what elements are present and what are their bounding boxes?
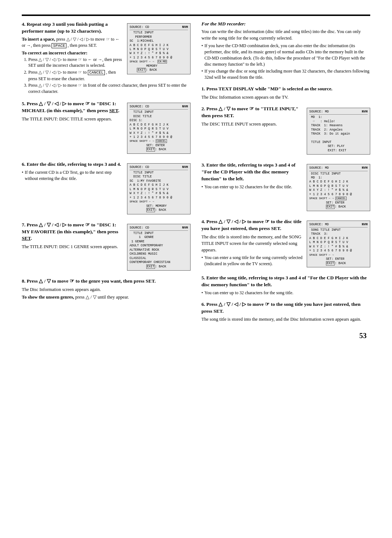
step-4-block: SOURCE: CD NVH TITLE INPUT PERFORMER SC …: [22, 21, 191, 95]
right-step-3-block: SOURCE: MD NVH DISC TITLE INPUT MD 1: A …: [201, 162, 370, 213]
md-recorder-heading: For the MD recorder:: [201, 21, 370, 27]
right-step2-screen: SOURCE: MD NVH MD 1: ☞ : Hello! TRACK 1:…: [307, 108, 370, 155]
step4-logo: NVH: [182, 25, 188, 29]
left-column: SOURCE: CD NVH TITLE INPUT PERFORMER SC …: [22, 21, 191, 328]
md-bullet-2: • If you change the disc or song title i…: [201, 68, 370, 81]
right-step1-heading: 1. Press TEXT DISPLAY while "MD" is sele…: [201, 86, 370, 93]
step5-source: SOURCE: CD: [130, 104, 149, 109]
step5-logo: NVH: [182, 104, 188, 109]
right-step3-logo: NVH: [362, 166, 368, 170]
step7-screen: SOURCE: CD NVH TITLE INPUT 1 GENRE 1 GEN…: [127, 224, 191, 271]
step-8-block: 8. Press △ / ▽ to move ☞ to the genre yo…: [22, 278, 191, 300]
right-step3-source: SOURCE: MD: [309, 166, 329, 170]
step8-body: The Disc Information screen appears agai…: [22, 286, 191, 300]
right-step4-bullet: • You can enter a song title for the son…: [201, 255, 303, 267]
right-step4-source: SOURCE: MD: [309, 222, 329, 227]
right-step2-source: SOURCE: MD: [309, 110, 329, 114]
right-step4-screen-content: SONG TITLE INPUT TRACK 3: A B C D E F G …: [309, 228, 368, 266]
right-step6-body: The song title is stored into the memory…: [201, 316, 370, 323]
step6-source: SOURCE: CD: [130, 165, 149, 169]
correct-step-3: Press △ / ▽ / ◁ / ▷ to move ☞ in front o…: [28, 82, 191, 95]
page-container: SOURCE: CD NVH TITLE INPUT PERFORMER SC …: [22, 21, 370, 328]
right-step-5-block: 5. Enter the song title, referring to st…: [201, 275, 370, 296]
right-step1-body: The Disc Information screen appears on t…: [201, 94, 370, 100]
right-step-4-block: SOURCE: MD NVH SONG TITLE INPUT TRACK 3:…: [201, 218, 370, 270]
step-6-block: SOURCE: CD NVH TITLE INPUT DISC TITLE SC…: [22, 161, 191, 217]
step5-screen-content: TITLE INPUT DISC TITLE DISC 1: A B C D E…: [130, 110, 188, 152]
right-step-2-block: SOURCE: MD NVH MD 1: ☞ : Hello! TRACK 1:…: [201, 106, 370, 157]
md-bullet-1: • If you have the CD-MD combination deck…: [201, 43, 370, 67]
step-7-block: SOURCE: CD NVH TITLE INPUT 1 GENRE 1 GEN…: [22, 222, 191, 273]
space-key: SPACE: [52, 43, 66, 48]
step6-logo: NVH: [182, 165, 188, 169]
step6-bullet: • If the current CD is a CD Text, go to …: [22, 169, 123, 182]
step8-body-text: The Disc Information screen appears agai…: [22, 286, 191, 293]
cancel-key: CANCEL: [88, 70, 105, 75]
step4-screen-content: TITLE INPUT PERFORMER SC 1:MICHAEL A B C…: [130, 31, 188, 73]
step6-screen-content: TITLE INPUT DISC TITLE SC 1:MY FAVORITE …: [130, 171, 188, 213]
right-step6-heading: 6. Press △ / ▽ / ◁ / ▷ to move ☞ to the …: [201, 301, 370, 315]
step4-screen: SOURCE: CD NVH TITLE INPUT PERFORMER SC …: [127, 23, 191, 74]
right-step5-heading: 5. Enter the song title, referring to st…: [201, 275, 370, 288]
right-step5-bullet: • You can enter up to 32 characters for …: [201, 290, 370, 296]
right-step-1-block: 1. Press TEXT DISPLAY while "MD" is sele…: [201, 86, 370, 100]
right-step-6-block: 6. Press △ / ▽ / ◁ / ▷ to move ☞ to the …: [201, 301, 370, 323]
right-step3-bullet: • You can enter up to 32 characters for …: [201, 184, 303, 190]
page-number: 53: [22, 332, 370, 340]
md-bullets: • If you have the CD-MD combination deck…: [201, 43, 370, 81]
step7-screen-content: TITLE INPUT 1 GENRE 1 GENRE ADULT CONTEM…: [130, 231, 188, 269]
md-intro-text: You can write the disc information (disc…: [201, 28, 370, 41]
step-5-block: SOURCE: CD NVH TITLE INPUT DISC TITLE DI…: [22, 100, 191, 156]
right-step3-screen-content: DISC TITLE INPUT MD 1: A B C D E F G H I…: [309, 172, 368, 209]
top-divider: [22, 15, 370, 16]
right-column: For the MD recorder: You can write the d…: [201, 21, 370, 328]
md-recorder-section: For the MD recorder: You can write the d…: [201, 21, 370, 81]
insert-space-label: To insert a space,: [22, 37, 55, 42]
right-step3-screen: SOURCE: MD NVH DISC TITLE INPUT MD 1: A …: [307, 164, 370, 211]
step6-screen: SOURCE: CD NVH TITLE INPUT DISC TITLE SC…: [127, 163, 191, 214]
step8-heading: 8. Press △ / ▽ to move ☞ to the genre yo…: [22, 278, 191, 285]
step7-logo: NVH: [182, 226, 188, 230]
step4-source: SOURCE: CD: [130, 25, 149, 29]
step7-source: SOURCE: CD: [130, 226, 149, 230]
right-step2-logo: NVH: [362, 110, 368, 114]
right-step2-screen-content: MD 1: ☞ : Hello! TRACK 1: Heavens TRACK …: [309, 115, 368, 153]
step8-note: To show the unseen genres, press △ / ▽ u…: [22, 294, 191, 300]
right-step5-body: • You can enter up to 32 characters for …: [201, 290, 370, 296]
right-step4-logo: NVH: [362, 222, 368, 227]
step5-screen: SOURCE: CD NVH TITLE INPUT DISC TITLE DI…: [127, 103, 191, 154]
right-step4-screen: SOURCE: MD NVH SONG TITLE INPUT TRACK 3:…: [307, 221, 370, 267]
